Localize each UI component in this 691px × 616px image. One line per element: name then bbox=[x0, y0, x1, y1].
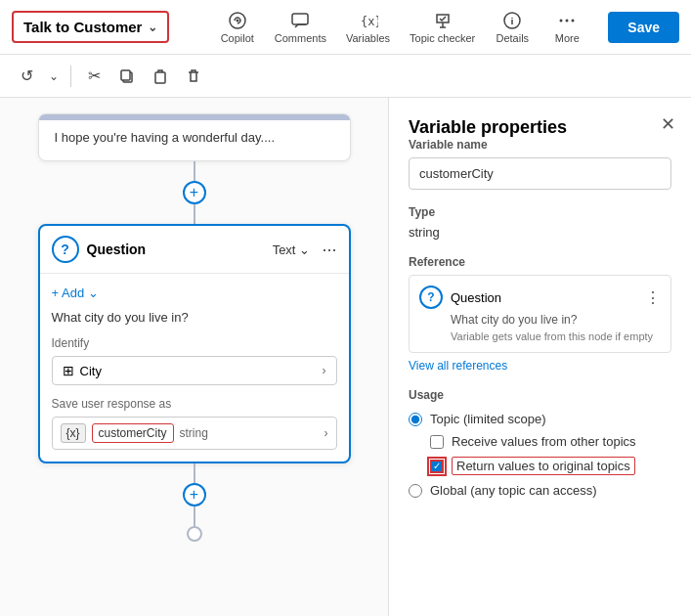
cut-button[interactable]: ✂ bbox=[79, 62, 108, 91]
svg-text:{x}: {x} bbox=[361, 15, 378, 28]
details-icon bbox=[502, 11, 522, 30]
copilot-button[interactable]: Copilot bbox=[212, 7, 263, 48]
usage-section: Usage Topic (limited scope) Receive valu… bbox=[409, 388, 671, 498]
topic-checker-button[interactable]: Topic checker bbox=[402, 7, 483, 48]
close-panel-button[interactable]: ✕ bbox=[661, 113, 675, 135]
save-row[interactable]: {x} customerCity string › bbox=[52, 417, 337, 450]
ref-note: Variable gets value from this node if em… bbox=[419, 330, 661, 342]
topic-radio[interactable] bbox=[409, 413, 422, 426]
comments-button[interactable]: Comments bbox=[267, 7, 334, 48]
more-label: More bbox=[555, 32, 580, 44]
toolbar-divider-1 bbox=[70, 66, 71, 87]
copilot-icon bbox=[228, 11, 247, 30]
save-button[interactable]: Save bbox=[608, 12, 679, 43]
global-radio-label: Global (any topic can access) bbox=[430, 483, 597, 498]
return-checkbox-row: ✓ Return values to original topics bbox=[430, 457, 671, 475]
add-row-label: + Add bbox=[52, 286, 85, 300]
add-button-1[interactable]: + bbox=[183, 181, 206, 204]
copilot-label: Copilot bbox=[221, 32, 254, 44]
connector-line-1 bbox=[194, 161, 195, 181]
variables-icon: {x} bbox=[359, 11, 378, 30]
save-response-label: Save user response as bbox=[52, 397, 337, 411]
more-icon bbox=[557, 11, 577, 30]
svg-point-5 bbox=[560, 19, 563, 22]
ref-question-text: What city do you live in? bbox=[419, 313, 661, 327]
question-type-area[interactable]: Text ⌄ bbox=[273, 242, 311, 257]
svg-point-1 bbox=[236, 19, 238, 22]
end-circle bbox=[187, 526, 202, 542]
connector-line-4 bbox=[194, 506, 195, 526]
node-header-strip bbox=[39, 114, 350, 120]
copy-button[interactable] bbox=[112, 62, 142, 91]
type-value: string bbox=[409, 225, 671, 240]
panel-title: Variable properties bbox=[409, 117, 567, 137]
ref-header: ? Question ⋮ bbox=[419, 286, 661, 309]
details-button[interactable]: Details bbox=[487, 7, 538, 48]
main-toolbar: Talk to Customer ⌄ Copilot Comments {x} bbox=[0, 0, 691, 55]
connector-line-2 bbox=[194, 204, 195, 224]
add-button-2[interactable]: + bbox=[183, 483, 206, 506]
message-node: I hope you're having a wonderful day.... bbox=[38, 113, 351, 161]
secondary-toolbar: ↺ ⌄ ✂ bbox=[0, 55, 691, 98]
topic-radio-label: Topic (limited scope) bbox=[430, 412, 546, 426]
topic-radio-row: Topic (limited scope) bbox=[409, 412, 671, 426]
var-name-label: Variable name bbox=[409, 138, 671, 152]
ref-more-button[interactable]: ⋮ bbox=[645, 288, 661, 307]
var-badge: {x} bbox=[61, 423, 86, 443]
delete-button[interactable] bbox=[179, 62, 208, 91]
reference-label: Reference bbox=[409, 255, 671, 269]
add-row-button[interactable]: + Add ⌄ bbox=[52, 286, 337, 300]
type-label: Type bbox=[409, 205, 671, 219]
canvas: I hope you're having a wonderful day....… bbox=[0, 98, 388, 616]
bottom-connector: + bbox=[183, 463, 206, 542]
global-radio-row: Global (any topic can access) bbox=[409, 483, 671, 498]
more-button[interactable]: More bbox=[541, 7, 592, 48]
talk-to-customer-button[interactable]: Talk to Customer ⌄ bbox=[12, 11, 169, 43]
undo-button[interactable]: ↺ bbox=[12, 62, 41, 91]
svg-rect-2 bbox=[292, 14, 308, 24]
var-name-input[interactable] bbox=[409, 157, 671, 190]
usage-label: Usage bbox=[409, 388, 671, 402]
canvas-inner: I hope you're having a wonderful day....… bbox=[16, 113, 372, 542]
talk-to-customer-label: Talk to Customer bbox=[23, 19, 142, 35]
question-node-body: + Add ⌄ What city do you live in? Identi… bbox=[40, 274, 349, 462]
identify-value: City bbox=[80, 364, 323, 378]
question-more-button[interactable]: ··· bbox=[322, 240, 336, 260]
copy-icon bbox=[119, 68, 135, 84]
connector-1: + bbox=[183, 161, 206, 224]
variables-button[interactable]: {x} Variables bbox=[338, 7, 398, 48]
return-checkbox[interactable]: ✓ bbox=[430, 460, 444, 473]
toolbar-icons: Copilot Comments {x} Variables Topic che… bbox=[212, 7, 593, 48]
question-text: What city do you live in? bbox=[52, 310, 337, 325]
chevron-down-type-icon: ⌄ bbox=[299, 242, 310, 257]
global-radio[interactable] bbox=[409, 484, 422, 498]
variable-properties-panel: Variable properties ✕ Variable name Type… bbox=[388, 98, 691, 616]
comments-label: Comments bbox=[275, 32, 326, 44]
city-icon: ⊞ bbox=[63, 363, 74, 378]
checkbox-group: Receive values from other topics ✓ Retur… bbox=[409, 434, 671, 475]
topic-checker-icon bbox=[433, 11, 453, 30]
main-area: I hope you're having a wonderful day....… bbox=[0, 98, 691, 616]
identify-row[interactable]: ⊞ City › bbox=[52, 356, 337, 385]
view-all-references-link[interactable]: View all references bbox=[409, 359, 671, 373]
question-node-header: ? Question Text ⌄ ··· bbox=[40, 226, 349, 274]
receive-label: Receive values from other topics bbox=[452, 434, 636, 449]
connector-line-3 bbox=[194, 463, 195, 483]
undo-dropdown-button[interactable]: ⌄ bbox=[45, 62, 63, 91]
return-label: Return values to original topics bbox=[452, 457, 635, 475]
delete-icon bbox=[186, 68, 201, 84]
receive-checkbox-row: Receive values from other topics bbox=[430, 434, 671, 449]
receive-checkbox[interactable] bbox=[430, 435, 444, 449]
details-label: Details bbox=[496, 32, 529, 44]
question-title: Question bbox=[87, 242, 265, 257]
var-name: customerCity bbox=[92, 423, 174, 443]
paste-button[interactable] bbox=[146, 62, 175, 91]
variables-label: Variables bbox=[346, 32, 390, 44]
question-node: ? Question Text ⌄ ··· + Add ⌄ What city … bbox=[38, 224, 351, 463]
svg-rect-9 bbox=[121, 70, 130, 80]
comments-icon bbox=[290, 11, 310, 30]
svg-point-6 bbox=[566, 19, 569, 22]
ref-question-icon: ? bbox=[419, 286, 443, 309]
message-text: I hope you're having a wonderful day.... bbox=[55, 130, 276, 145]
ref-question-title: Question bbox=[451, 290, 637, 305]
